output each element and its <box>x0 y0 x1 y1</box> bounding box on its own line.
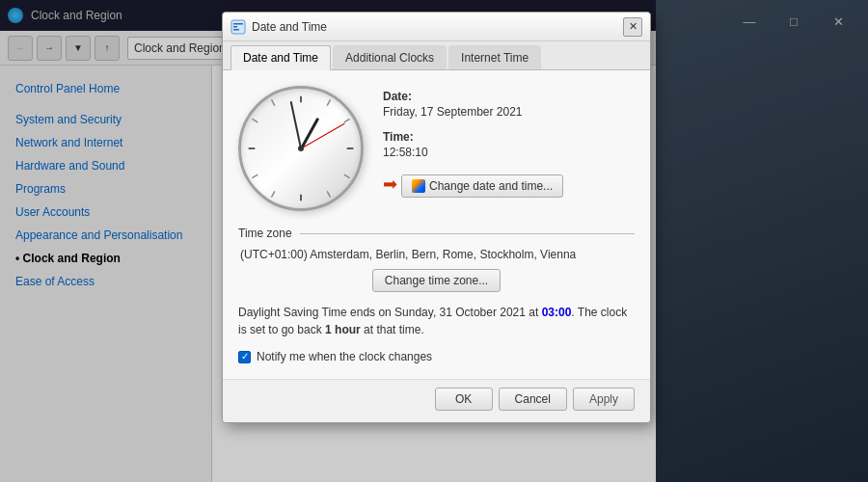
time-value: 12:58:10 <box>383 146 635 159</box>
svg-line-15 <box>271 99 274 105</box>
notify-label: Notify me when the clock changes <box>257 350 432 363</box>
svg-line-8 <box>327 99 330 105</box>
change-datetime-label: Change date and time... <box>429 179 553 193</box>
change-timezone-button[interactable]: Change time zone... <box>372 269 501 292</box>
dt-title-icon <box>231 19 246 35</box>
dt-tabs: Date and Time Additional Clocks Internet… <box>223 41 650 70</box>
timezone-value: (UTC+01:00) Amsterdam, Berlin, Bern, Rom… <box>238 248 635 261</box>
cancel-button[interactable]: Cancel <box>499 388 567 411</box>
ok-button[interactable]: OK <box>435 388 493 411</box>
clock-face <box>238 86 364 211</box>
timezone-divider <box>300 233 635 234</box>
uac-shield-icon <box>412 179 425 193</box>
dt-footer: OK Cancel Apply <box>223 379 650 422</box>
time-label: Time: <box>383 130 635 144</box>
arrow-icon: ➡ <box>383 174 397 195</box>
svg-line-9 <box>344 119 350 121</box>
notify-row: ✓ Notify me when the clock changes <box>238 350 635 363</box>
dt-title-text: Date and Time <box>252 20 623 34</box>
notify-checkbox[interactable]: ✓ <box>238 351 251 363</box>
svg-line-14 <box>252 119 258 121</box>
timezone-section: Time zone (UTC+01:00) Amsterdam, Berlin,… <box>238 227 635 363</box>
date-label: Date: <box>383 90 635 103</box>
apply-button[interactable]: Apply <box>573 388 635 411</box>
timezone-section-label: Time zone <box>238 227 292 240</box>
svg-line-13 <box>252 174 258 177</box>
svg-rect-2 <box>233 26 237 28</box>
dt-titlebar: Date and Time ✕ <box>223 13 650 41</box>
dst-notice: Daylight Saving Time ends on Sunday, 31 … <box>238 304 635 338</box>
svg-line-12 <box>271 191 274 197</box>
modal-overlay: Date and Time ✕ Date and Time Additional… <box>0 0 868 482</box>
checkbox-check-icon: ✓ <box>241 352 249 362</box>
svg-rect-3 <box>233 29 239 31</box>
change-datetime-button[interactable]: Change date and time... <box>401 174 563 198</box>
date-value: Friday, 17 September 2021 <box>383 105 635 119</box>
dt-body: Date: Friday, 17 September 2021 Time: 12… <box>223 70 650 379</box>
dt-close-button[interactable]: ✕ <box>623 17 642 37</box>
tab-additional-clocks[interactable]: Additional Clocks <box>333 45 447 69</box>
svg-rect-1 <box>233 23 243 25</box>
dst-duration-highlight: 1 hour <box>325 323 361 336</box>
clock-container <box>238 86 364 211</box>
dst-time-highlight: 03:00 <box>542 306 572 319</box>
timezone-section-header: Time zone <box>238 227 635 240</box>
tab-internet-time[interactable]: Internet Time <box>448 45 541 69</box>
dt-info: Date: Friday, 17 September 2021 Time: 12… <box>383 86 635 198</box>
tab-date-time[interactable]: Date and Time <box>231 45 331 70</box>
svg-line-11 <box>327 191 330 197</box>
clock-center-dot <box>298 146 304 151</box>
svg-line-10 <box>344 174 350 177</box>
date-time-dialog: Date and Time ✕ Date and Time Additional… <box>222 12 651 423</box>
dt-top-row: Date: Friday, 17 September 2021 Time: 12… <box>238 86 635 211</box>
